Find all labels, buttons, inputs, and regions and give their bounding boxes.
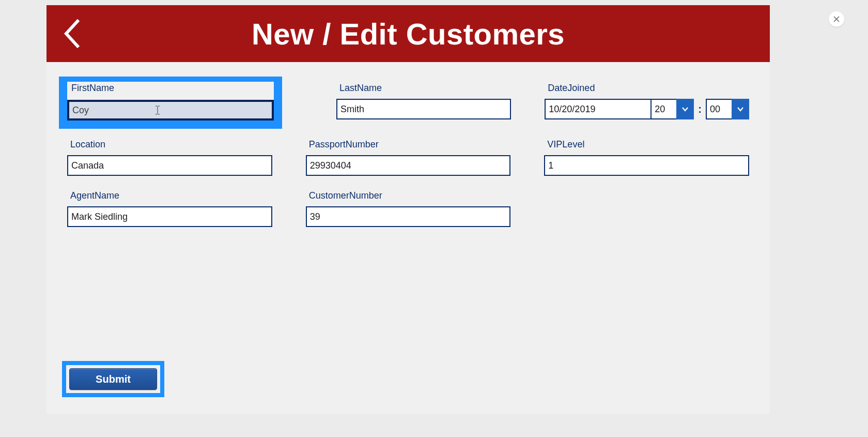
location-label: Location	[70, 139, 272, 150]
customernumber-label: CustomerNumber	[309, 190, 511, 201]
passportnumber-input[interactable]	[306, 155, 511, 176]
field-lastname: LastName	[336, 78, 511, 125]
close-icon	[833, 16, 840, 23]
chevron-down-icon	[681, 105, 689, 113]
chevron-down-icon	[736, 105, 745, 113]
page-title: New / Edit Customers	[252, 17, 565, 51]
field-agentname: AgentName	[67, 185, 272, 227]
field-datejoined: DateJoined	[545, 78, 749, 125]
passportnumber-label: PassportNumber	[309, 139, 511, 150]
close-button[interactable]	[829, 11, 844, 27]
hour-value: 20	[650, 99, 676, 119]
form-panel: New / Edit Customers FirstName	[47, 5, 770, 414]
hour-select[interactable]: 20	[650, 99, 694, 119]
agentname-label: AgentName	[70, 190, 272, 201]
customernumber-input[interactable]	[306, 206, 511, 227]
field-empty	[544, 185, 749, 227]
chevron-left-icon	[62, 18, 82, 49]
minute-select[interactable]: 00	[706, 99, 749, 119]
firstname-input[interactable]	[67, 100, 274, 120]
submit-button[interactable]: Submit	[69, 368, 157, 390]
field-firstname: FirstName	[63, 81, 278, 125]
time-separator: :	[698, 103, 702, 115]
hour-dropdown-button[interactable]	[676, 99, 694, 119]
field-viplevel: VIPLevel	[544, 134, 749, 176]
header-bar: New / Edit Customers	[47, 5, 770, 62]
agentname-input[interactable]	[67, 206, 272, 227]
firstname-label: FirstName	[71, 81, 274, 96]
minute-value: 00	[706, 99, 732, 119]
viplevel-label: VIPLevel	[547, 139, 749, 150]
lastname-label: LastName	[339, 83, 511, 94]
submit-highlight: Submit	[66, 365, 160, 393]
minute-dropdown-button[interactable]	[732, 99, 749, 119]
datejoined-label: DateJoined	[548, 83, 749, 94]
back-button[interactable]	[59, 16, 85, 52]
field-location: Location	[67, 134, 272, 176]
form-area: FirstName	[47, 62, 770, 414]
lastname-input[interactable]	[336, 99, 511, 119]
viplevel-input[interactable]	[544, 155, 749, 176]
field-passportnumber: PassportNumber	[306, 134, 511, 176]
location-input[interactable]	[67, 155, 272, 176]
field-customernumber: CustomerNumber	[306, 185, 511, 227]
